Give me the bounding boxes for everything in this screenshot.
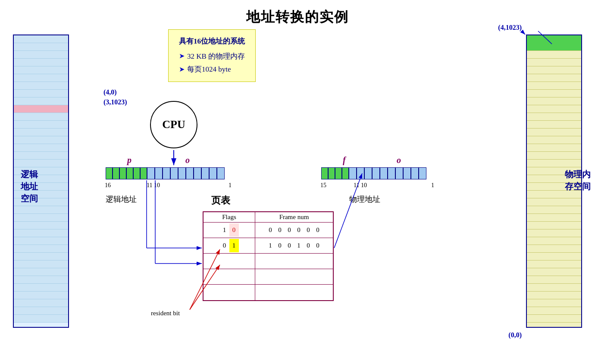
page-bit-2 <box>119 167 126 179</box>
phys-offset-bit-8 <box>411 167 419 179</box>
row3-framenum <box>255 254 333 269</box>
arrow-icon-1: ➤ <box>179 50 185 63</box>
row2-fn1: 0 <box>275 239 285 252</box>
row1-fn5: 0 <box>313 223 323 237</box>
physical-stripe <box>527 315 581 323</box>
bar-label-p: p <box>127 155 132 165</box>
scale-logical-1: 1 <box>229 182 232 189</box>
page-bit-1 <box>113 167 119 179</box>
row1-fn4: 0 <box>304 223 313 237</box>
cpu-circle: CPU <box>150 101 197 148</box>
physical-addr-bar <box>321 167 426 179</box>
physical-stripe <box>527 229 581 237</box>
row1-flags: 1 0 <box>204 223 255 238</box>
coord-31023: (3,1023) <box>103 98 127 106</box>
row1-framenum: 0 0 0 0 0 0 <box>255 223 333 238</box>
physical-stripe <box>527 237 581 245</box>
row5-framenum <box>255 285 333 300</box>
physical-stripe <box>527 222 581 229</box>
phys-offset-bit-0 <box>349 167 357 179</box>
frame-bit-2 <box>335 167 342 179</box>
physical-addr-text: 物理地址 <box>349 194 380 204</box>
offset-bit-8 <box>209 167 217 179</box>
logical-stripe <box>14 105 68 113</box>
bar-label-f: f <box>343 155 346 165</box>
page-bit-3 <box>126 167 133 179</box>
frame-bit-3 <box>342 167 349 179</box>
table-row: 0 1 1 0 0 1 0 0 <box>204 238 333 254</box>
offset-bit-3 <box>170 167 178 179</box>
phys-offset-bit-3 <box>372 167 380 179</box>
offset-bit-2 <box>163 167 170 179</box>
row3-flags <box>204 254 255 269</box>
row1-flag1: 0 <box>229 223 239 237</box>
physical-stripe <box>527 253 581 260</box>
physical-stripe <box>527 74 581 82</box>
cpu-label: CPU <box>162 118 185 131</box>
physical-stripe <box>527 268 581 276</box>
physical-stripe <box>527 160 581 167</box>
scale-physical-15: 15 <box>320 182 326 189</box>
logical-stripe <box>14 206 68 214</box>
phys-offset-bit-7 <box>403 167 411 179</box>
page-table: Flags Frame num 1 0 0 0 0 0 0 0 0 1 1 0 … <box>203 211 334 301</box>
scale-logical-1110: 11 10 <box>147 182 160 189</box>
logical-stripe <box>14 144 68 152</box>
info-title: 具有16位地址的系统 <box>179 35 245 48</box>
logical-stripe <box>14 222 68 229</box>
physical-stripe <box>527 121 581 129</box>
logical-stripe <box>14 35 68 43</box>
scale-logical-16: 16 <box>105 182 111 189</box>
logical-stripe <box>14 152 68 160</box>
flags-header: Flags <box>204 212 255 222</box>
physical-stripe <box>527 206 581 214</box>
row4-flags <box>204 269 255 284</box>
row4-framenum <box>255 269 333 284</box>
row2-fn0: 1 <box>266 239 275 252</box>
coord-bottom-right: (0,0) <box>508 331 522 339</box>
coord-top-right: (4,1023) <box>498 24 522 31</box>
table-row <box>204 254 333 269</box>
physical-stripe <box>527 82 581 90</box>
table-row: 1 0 0 0 0 0 0 0 <box>204 223 333 238</box>
logical-stripe <box>14 284 68 292</box>
bar-label-o2: o <box>397 155 401 165</box>
row1-fn2: 0 <box>285 223 294 237</box>
logical-stripe <box>14 129 68 136</box>
row2-framenum: 1 0 0 1 0 0 <box>255 238 333 253</box>
physical-stripe <box>527 105 581 113</box>
info-item-2: ➤ 每页1024 byte <box>179 63 245 76</box>
logical-stripe <box>14 276 68 284</box>
physical-stripe <box>527 129 581 136</box>
offset-bit-0 <box>147 167 155 179</box>
physical-stripe <box>527 97 581 105</box>
row1-flag0: 1 <box>220 223 229 237</box>
bar-label-o1: o <box>185 155 190 165</box>
logical-stripe <box>14 260 68 268</box>
logical-stripe <box>14 253 68 260</box>
logical-stripe <box>14 160 68 167</box>
page-title: 地址转换的实例 <box>0 0 595 27</box>
row2-flag1: 1 <box>229 239 239 252</box>
phys-offset-bit-4 <box>380 167 388 179</box>
row5-flags <box>204 285 255 300</box>
svg-line-9 <box>522 31 525 35</box>
offset-bit-4 <box>178 167 186 179</box>
physical-stripe <box>527 59 581 66</box>
logical-addr-text: 逻辑地址 <box>106 194 137 204</box>
logical-stripe <box>14 237 68 245</box>
physical-stripe <box>527 307 581 315</box>
info-item-1: ➤ 32 KB 的物理内存 <box>179 50 245 63</box>
phys-offset-bit-9 <box>419 167 426 179</box>
physical-stripe <box>527 90 581 97</box>
resident-bit-label: resident bit <box>151 310 180 317</box>
scale-physical-1110: 11 10 <box>354 182 367 189</box>
logical-stripe <box>14 97 68 105</box>
phys-offset-bit-5 <box>388 167 395 179</box>
row1-fn0: 0 <box>266 223 275 237</box>
row1-fn1: 0 <box>275 223 285 237</box>
arrows-overlay <box>0 0 595 364</box>
logical-stripe <box>14 292 68 299</box>
phys-offset-bit-6 <box>395 167 403 179</box>
physical-stripe <box>527 323 581 328</box>
